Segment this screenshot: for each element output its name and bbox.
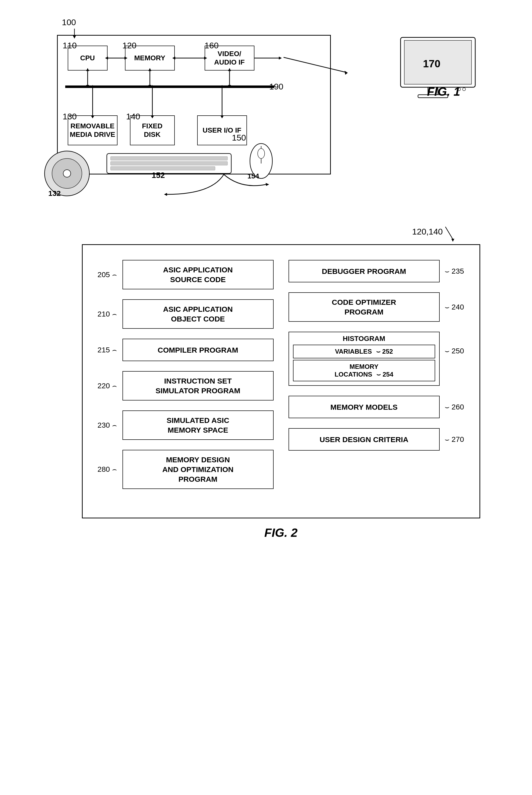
fig2-row-270: USER DESIGN CRITERIA ⌣ 270 bbox=[288, 428, 464, 451]
ref-215: 215 ⌢ bbox=[98, 346, 117, 355]
box-205: ASIC APPLICATION SOURCE CODE bbox=[122, 260, 273, 289]
fig2-row-260: MEMORY MODELS ⌣ 260 bbox=[288, 396, 464, 418]
fig2-row-280: 280 ⌢ MEMORY DESIGN AND OPTIMIZATION PRO… bbox=[98, 450, 273, 489]
fig1-caption: FIG. 1 bbox=[427, 85, 460, 98]
svg-rect-40 bbox=[111, 157, 228, 160]
svg-rect-41 bbox=[111, 162, 228, 165]
fig2-row-230: 230 ⌢ SIMULATED ASIC MEMORY SPACE bbox=[98, 411, 273, 440]
svg-text:154: 154 bbox=[247, 172, 259, 180]
fig1-diagram: 100 CPU 110 MEMORY 120 VIDEO/ AUDIO IF 1… bbox=[42, 15, 490, 214]
svg-point-46 bbox=[258, 148, 265, 159]
ref-240: ⌣ 240 bbox=[444, 303, 464, 311]
mouse-svg: 154 bbox=[246, 141, 276, 181]
fig2-row-235: DEBUGGER PROGRAM ⌣ 235 bbox=[288, 260, 464, 282]
histogram-title: HISTOGRAM bbox=[293, 335, 435, 343]
fig2-row-215: 215 ⌢ COMPILER PROGRAM bbox=[98, 339, 273, 361]
fig2-left-col: 205 ⌢ ASIC APPLICATION SOURCE CODE 210 ⌢… bbox=[98, 260, 273, 503]
ref-160: 160 bbox=[205, 41, 219, 50]
fig2-row-220: 220 ⌢ INSTRUCTION SET SIMULATOR PROGRAM bbox=[98, 371, 273, 400]
ref-150: 150 bbox=[232, 133, 246, 143]
ref-280: 280 ⌢ bbox=[98, 465, 117, 474]
ref-220: 220 ⌢ bbox=[98, 382, 117, 390]
keyboard: 152 bbox=[104, 151, 234, 182]
fig2-row-205: 205 ⌢ ASIC APPLICATION SOURCE CODE bbox=[98, 260, 273, 289]
box-235: DEBUGGER PROGRAM bbox=[288, 260, 440, 282]
ref-110: 110 bbox=[63, 41, 77, 50]
fig2-row-240: CODE OPTIMIZER PROGRAM ⌣ 240 bbox=[288, 292, 464, 322]
svg-text:170: 170 bbox=[423, 58, 440, 70]
fig2-caption: FIG. 2 bbox=[57, 526, 505, 540]
histogram-box: HISTOGRAM VARIABLES ⌣ 252 MEMORY LOCATIO… bbox=[288, 332, 440, 386]
svg-point-37 bbox=[462, 88, 466, 91]
ref-252: ⌣ 252 bbox=[376, 348, 393, 355]
svg-point-50 bbox=[63, 170, 71, 177]
box-270: USER DESIGN CRITERIA bbox=[288, 428, 440, 451]
page: 100 CPU 110 MEMORY 120 VIDEO/ AUDIO IF 1… bbox=[0, 0, 532, 795]
mouse: 154 bbox=[246, 141, 276, 182]
box-215: COMPILER PROGRAM bbox=[122, 339, 273, 361]
ref-250: ⌣ 250 bbox=[444, 347, 464, 355]
ref-205: 205 ⌢ bbox=[98, 270, 117, 279]
box-280: MEMORY DESIGN AND OPTIMIZATION PROGRAM bbox=[122, 450, 273, 489]
svg-marker-53 bbox=[451, 239, 454, 242]
ref-190: 190 bbox=[269, 82, 284, 91]
ref-130: 130 bbox=[63, 112, 77, 121]
svg-marker-7 bbox=[279, 57, 282, 59]
ref-270: ⌣ 270 bbox=[444, 435, 464, 444]
fig2-ref-arrow-svg bbox=[420, 224, 470, 242]
svg-marker-30 bbox=[164, 193, 167, 196]
svg-marker-29 bbox=[344, 71, 348, 75]
ref-254: ⌣ 254 bbox=[376, 371, 393, 378]
cd-disc: 132 bbox=[42, 148, 92, 199]
svg-rect-42 bbox=[111, 166, 215, 170]
ref-100: 100 bbox=[62, 17, 76, 27]
ref-230: 230 ⌢ bbox=[98, 421, 117, 430]
bus-line bbox=[65, 86, 274, 88]
svg-marker-31 bbox=[266, 183, 269, 186]
histogram-variables: VARIABLES ⌣ 252 bbox=[293, 345, 435, 358]
histogram-memory-locations: MEMORY LOCATIONS ⌣ 254 bbox=[293, 360, 435, 381]
fig2-right-col: DEBUGGER PROGRAM ⌣ 235 CODE OPTIMIZER PR… bbox=[288, 260, 464, 503]
ref-260: ⌣ 260 bbox=[444, 403, 464, 412]
box-260: MEMORY MODELS bbox=[288, 396, 440, 418]
ref-120: 120 bbox=[122, 41, 137, 50]
box-230: SIMULATED ASIC MEMORY SPACE bbox=[122, 411, 273, 440]
svg-text:152: 152 bbox=[152, 171, 165, 180]
keyboard-svg: 152 bbox=[104, 151, 234, 181]
fig2-row-250: HISTOGRAM VARIABLES ⌣ 252 MEMORY LOCATIO… bbox=[288, 332, 464, 386]
ref-140: 140 bbox=[126, 112, 140, 121]
box-210: ASIC APPLICATION OBJECT CODE bbox=[122, 299, 273, 329]
ref-235: ⌣ 235 bbox=[444, 267, 464, 276]
cd-svg: 132 bbox=[42, 148, 92, 198]
svg-line-52 bbox=[445, 227, 453, 239]
svg-text:132: 132 bbox=[48, 189, 61, 197]
box-240: CODE OPTIMIZER PROGRAM bbox=[288, 292, 440, 322]
ref-210: 210 ⌢ bbox=[98, 310, 117, 319]
box-220: INSTRUCTION SET SIMULATOR PROGRAM bbox=[122, 371, 273, 400]
fig2-row-210: 210 ⌢ ASIC APPLICATION OBJECT CODE bbox=[98, 299, 273, 329]
fig2-diagram: 120,140 205 ⌢ ASIC APPLICATION SOURCE CO… bbox=[42, 239, 490, 540]
fig2-main-box: 205 ⌢ ASIC APPLICATION SOURCE CODE 210 ⌢… bbox=[82, 244, 480, 518]
